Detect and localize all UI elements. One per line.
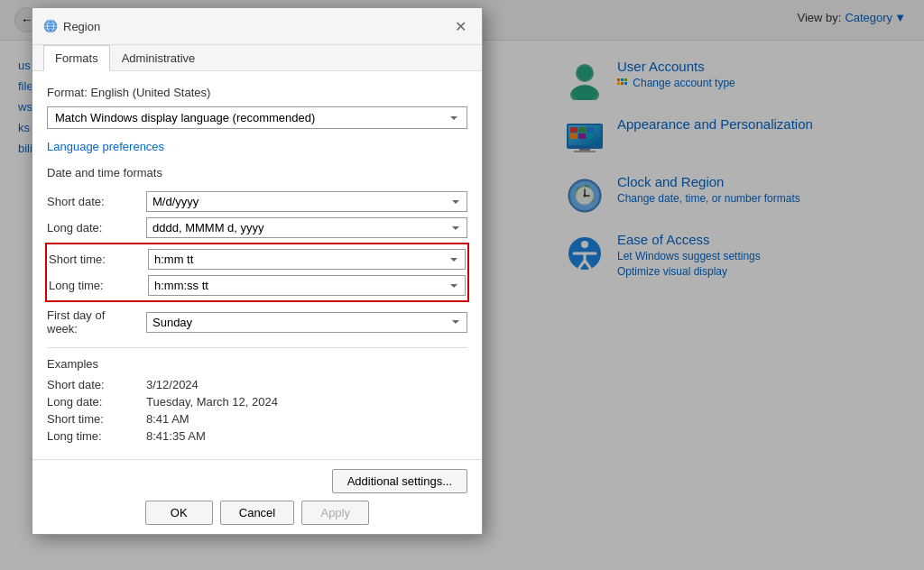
- globe-icon: [43, 19, 58, 33]
- short-time-row: Short time: h:mm tt: [49, 246, 466, 272]
- first-day-row: First day of week: Sunday: [47, 306, 467, 338]
- short-date-cell: M/d/yyyy: [146, 188, 467, 215]
- long-time-cell: h:mm:ss tt: [148, 272, 466, 299]
- short-time-select[interactable]: h:mm tt: [148, 249, 466, 270]
- ex-short-date-label: Short date:: [47, 376, 146, 393]
- short-date-label: Short date:: [47, 188, 146, 215]
- ex-short-date-row: Short date: 3/12/2024: [47, 376, 467, 393]
- dialog-footer: Additional settings... OK Cancel Apply: [32, 459, 482, 534]
- long-date-select[interactable]: dddd, MMMM d, yyyy: [146, 217, 467, 238]
- long-time-label: Long time:: [49, 272, 148, 299]
- week-format-table: First day of week: Sunday: [47, 306, 467, 338]
- long-time-select[interactable]: h:mm:ss tt: [148, 275, 466, 296]
- first-day-cell: Sunday: [146, 306, 467, 338]
- dialog-close-button[interactable]: ✕: [449, 15, 471, 37]
- ex-long-time-row: Long time: 8:41:35 AM: [47, 428, 467, 445]
- apply-button[interactable]: Apply: [301, 501, 369, 525]
- ex-short-time-value: 8:41 AM: [146, 410, 467, 428]
- tab-administrative[interactable]: Administrative: [110, 45, 208, 71]
- long-date-row: Long date: dddd, MMMM d, yyyy: [47, 215, 467, 241]
- long-time-row: Long time: h:mm:ss tt: [49, 272, 466, 299]
- ex-long-date-label: Long date:: [47, 393, 146, 410]
- highlighted-time-rows: Short time: h:mm tt Long time: h:mm:ss t…: [45, 243, 469, 302]
- format-dropdown[interactable]: Match Windows display language (recommen…: [47, 106, 467, 129]
- ex-long-date-value: Tuesday, March 12, 2024: [146, 393, 467, 410]
- short-date-select[interactable]: M/d/yyyy: [146, 191, 467, 212]
- examples-title: Examples: [47, 357, 467, 371]
- ok-button[interactable]: OK: [145, 501, 213, 525]
- ex-long-time-value: 8:41:35 AM: [146, 428, 467, 445]
- short-time-label: Short time:: [49, 246, 148, 272]
- region-dialog: Region ✕ Formats Administrative Format: …: [32, 7, 483, 535]
- ex-long-time-label: Long time:: [47, 428, 146, 445]
- ex-short-time-label: Short time:: [47, 410, 146, 428]
- dialog-title: Region: [43, 19, 100, 33]
- ex-long-date-row: Long date: Tuesday, March 12, 2024: [47, 393, 467, 410]
- examples-section: Examples Short date: 3/12/2024 Long date…: [47, 357, 467, 445]
- first-day-select[interactable]: Sunday: [146, 312, 467, 333]
- format-label: Format: English (United States): [47, 86, 467, 99]
- dialog-content: Format: English (United States) Match Wi…: [32, 71, 482, 459]
- short-time-cell: h:mm tt: [148, 246, 466, 272]
- long-date-label: Long date:: [47, 215, 146, 241]
- section-datetime-label: Date and time formats: [47, 166, 467, 179]
- separator: [47, 347, 467, 348]
- dialog-action-buttons: OK Cancel Apply: [47, 501, 467, 525]
- short-date-row: Short date: M/d/yyyy: [47, 188, 467, 215]
- first-day-label: First day of week:: [47, 306, 146, 338]
- ex-short-time-row: Short time: 8:41 AM: [47, 410, 467, 428]
- long-date-cell: dddd, MMMM d, yyyy: [146, 215, 467, 241]
- examples-table: Short date: 3/12/2024 Long date: Tuesday…: [47, 376, 467, 445]
- language-preferences-link[interactable]: Language preferences: [47, 140, 164, 153]
- format-table: Short date: M/d/yyyy Long date: dddd, MM…: [47, 188, 467, 241]
- ex-short-date-value: 3/12/2024: [146, 376, 467, 393]
- tab-formats[interactable]: Formats: [43, 45, 110, 71]
- additional-settings-button[interactable]: Additional settings...: [332, 469, 467, 493]
- dialog-titlebar: Region ✕: [32, 8, 482, 45]
- dialog-tabs: Formats Administrative: [32, 45, 482, 71]
- time-format-table: Short time: h:mm tt Long time: h:mm:ss t…: [49, 246, 466, 299]
- cancel-button[interactable]: Cancel: [220, 501, 294, 525]
